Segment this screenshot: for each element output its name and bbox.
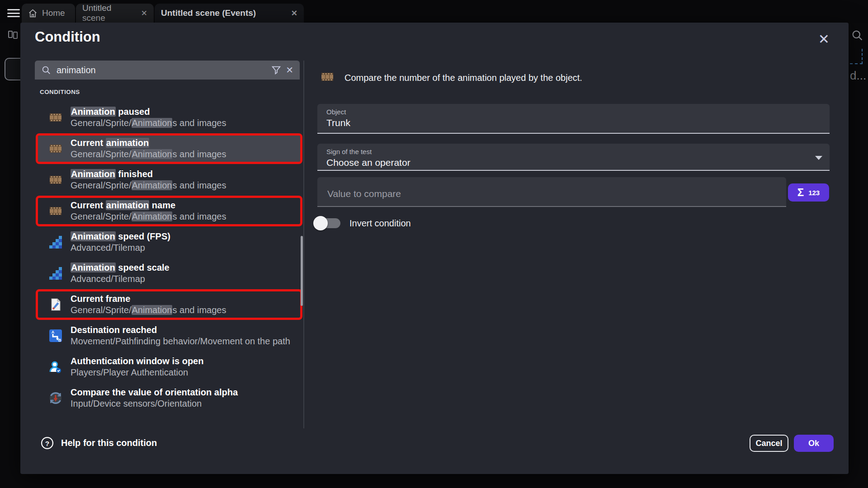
condition-item-text: Animation speed (FPS)Advanced/Tilemap (71, 231, 170, 253)
help-link[interactable]: ? Help for this condition (41, 436, 157, 450)
tab-untitled-scene[interactable]: Untitled scene ✕ (76, 4, 154, 23)
orientation-icon (48, 391, 63, 405)
film-icon (48, 110, 63, 125)
condition-list-item[interactable]: Animation speed (FPS)Advanced/Tilemap (36, 227, 302, 258)
film-icon (320, 70, 335, 86)
match-highlight: Animation (71, 107, 116, 117)
condition-item-path: General/Sprite/Animations and images (71, 305, 226, 316)
tab-bar: Home Untitled scene ✕ Untitled scene (Ev… (0, 0, 868, 23)
svg-text:B: B (58, 338, 61, 343)
truncated-label: d... (850, 69, 866, 83)
condition-item-title: Animation paused (71, 106, 226, 117)
condition-item-text: Authentication window is openPlayers/Pla… (71, 356, 203, 378)
match-highlight: Animation (71, 231, 116, 241)
help-label: Help for this condition (61, 438, 157, 448)
condition-item-text: Compare the value of orientation alphaIn… (71, 387, 238, 409)
close-icon[interactable]: ✕ (818, 33, 830, 46)
condition-item-path: General/Sprite/Animations and images (71, 180, 226, 191)
match-highlight: animation (106, 138, 149, 148)
condition-description-row: Compare the number of the animation play… (320, 70, 582, 86)
condition-item-path: Advanced/Tilemap (71, 242, 170, 253)
condition-list-item[interactable]: Animation finishedGeneral/Sprite/Animati… (36, 164, 302, 195)
tab-label: Untitled scene (82, 3, 137, 23)
condition-item-path: General/Sprite/Animations and images (71, 149, 226, 160)
tab-untitled-scene-events[interactable]: Untitled scene (Events) ✕ (155, 4, 304, 23)
match-highlight: Animation (132, 211, 173, 221)
ok-button[interactable]: Ok (794, 435, 834, 452)
condition-item-title: Current frame (71, 293, 226, 305)
condition-item-text: Animation finishedGeneral/Sprite/Animati… (71, 169, 226, 191)
menu-icon[interactable] (7, 9, 20, 18)
close-tab-icon[interactable]: ✕ (291, 9, 297, 18)
panel-divider (303, 61, 304, 428)
condition-list-item[interactable]: Current animation nameGeneral/Sprite/Ani… (36, 196, 302, 226)
app-window: Home Untitled scene ✕ Untitled scene (Ev… (0, 0, 868, 488)
search-input[interactable] (56, 65, 267, 76)
film-icon (48, 141, 63, 156)
invert-condition-row: Invert condition (313, 215, 411, 231)
condition-item-path: General/Sprite/Animations and images (71, 211, 226, 222)
condition-item-path: Advanced/Tilemap (71, 273, 170, 285)
filter-icon[interactable] (271, 65, 281, 75)
search-box: ✕ (35, 61, 300, 80)
search-icon[interactable] (851, 29, 863, 42)
condition-item-title: Current animation name (71, 200, 226, 211)
condition-item-path: Input/Device sensors/Orientation (71, 398, 238, 409)
condition-item-path: Movement/Pathfinding behavior/Movement o… (71, 336, 290, 347)
condition-item-title: Animation finished (71, 169, 226, 180)
match-highlight: Animation (71, 263, 116, 272)
dialog-title: Condition (35, 29, 100, 45)
condition-item-title: Animation speed scale (71, 262, 170, 273)
condition-list-item[interactable]: Current frameGeneral/Sprite/Animations a… (36, 289, 302, 320)
condition-list-item[interactable]: ABDestination reachedMovement/Pathfindin… (36, 320, 302, 351)
condition-item-path: Players/Player Authentication (71, 367, 203, 378)
tab-label: Untitled scene (Events) (161, 8, 256, 18)
condition-description: Compare the number of the animation play… (344, 73, 582, 83)
condition-item-path: General/Sprite/Animations and images (71, 117, 226, 129)
object-field[interactable]: Object Trunk (317, 104, 830, 134)
clear-search-icon[interactable]: ✕ (286, 65, 293, 75)
conditions-list: Animation pausedGeneral/Sprite/Animation… (36, 102, 302, 428)
field-value: Trunk (326, 117, 821, 128)
condition-item-title: Compare the value of orientation alpha (71, 387, 238, 398)
match-highlight: Animation (132, 305, 173, 315)
condition-item-text: Destination reachedMovement/Pathfinding … (71, 324, 290, 347)
magnifier-icon (41, 65, 51, 75)
condition-list-item[interactable]: Animation speed scaleAdvanced/Tilemap (36, 258, 302, 289)
value-input[interactable] (326, 188, 777, 200)
svg-text:A: A (52, 330, 55, 334)
sigma-icon: Σ (797, 187, 804, 198)
condition-item-text: Current frameGeneral/Sprite/Animations a… (71, 293, 226, 316)
match-highlight: Animation (132, 118, 173, 128)
film-icon (48, 173, 63, 187)
expression-builder-button[interactable]: Σ 123 (788, 183, 829, 202)
condition-item-title: Animation speed (FPS) (71, 231, 170, 242)
operator-select[interactable]: Sign of the test Choose an operator (317, 144, 830, 171)
match-highlight: animation (106, 200, 149, 210)
condition-list-item[interactable]: Compare the value of orientation alphaIn… (36, 383, 302, 413)
path-icon: AB (48, 328, 63, 343)
field-label: Object (326, 108, 821, 116)
invert-condition-label: Invert condition (349, 218, 411, 229)
tilemap-icon (48, 235, 63, 249)
invert-condition-toggle[interactable] (313, 215, 341, 231)
frame-icon (48, 297, 63, 312)
scrollbar-thumb[interactable] (301, 236, 303, 306)
condition-list-item[interactable]: Current animationGeneral/Sprite/Animatio… (36, 133, 302, 164)
field-value: Choose an operator (326, 157, 821, 168)
value-field[interactable] (317, 177, 786, 207)
condition-item-text: Current animation nameGeneral/Sprite/Ani… (71, 200, 226, 222)
panels-icon[interactable] (8, 31, 17, 39)
tab-label: Home (42, 8, 65, 18)
cancel-button[interactable]: Cancel (750, 435, 788, 452)
condition-list-item[interactable]: Authentication window is openPlayers/Pla… (36, 352, 302, 382)
help-icon: ? (41, 436, 54, 450)
digits-label: 123 (808, 189, 820, 197)
match-highlight: Animation (132, 149, 173, 159)
condition-item-title: Authentication window is open (71, 356, 203, 367)
condition-list-item[interactable]: Animation pausedGeneral/Sprite/Animation… (36, 102, 302, 133)
close-tab-icon[interactable]: ✕ (141, 9, 147, 18)
match-highlight: Animation (71, 169, 116, 179)
condition-item-text: Current animationGeneral/Sprite/Animatio… (71, 137, 226, 160)
tab-home[interactable]: Home (22, 4, 75, 23)
